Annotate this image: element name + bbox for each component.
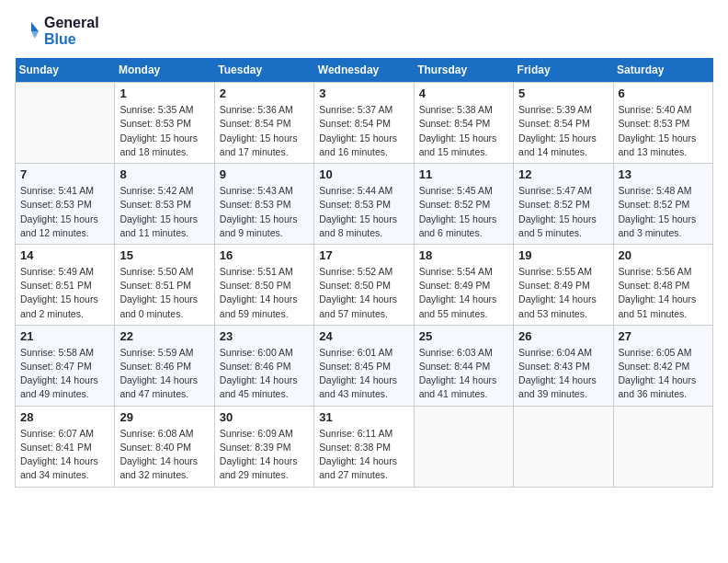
col-header-friday: Friday <box>514 58 613 83</box>
calendar-cell: 11Sunrise: 5:45 AMSunset: 8:52 PMDayligh… <box>414 164 513 245</box>
col-header-tuesday: Tuesday <box>214 58 313 83</box>
calendar-cell: 25Sunrise: 6:03 AMSunset: 8:44 PMDayligh… <box>414 325 513 406</box>
day-info: Sunrise: 6:04 AMSunset: 8:43 PMDaylight:… <box>518 346 608 402</box>
day-info: Sunrise: 5:48 AMSunset: 8:52 PMDaylight:… <box>619 184 708 240</box>
day-number: 1 <box>119 86 209 100</box>
day-number: 31 <box>319 410 408 424</box>
day-info: Sunrise: 5:54 AMSunset: 8:49 PMDaylight:… <box>419 265 508 321</box>
calendar-cell: 28Sunrise: 6:07 AMSunset: 8:41 PMDayligh… <box>16 406 115 487</box>
day-number: 7 <box>20 167 109 181</box>
week-row-1: 1Sunrise: 5:35 AMSunset: 8:53 PMDaylight… <box>16 83 713 164</box>
day-info: Sunrise: 5:55 AMSunset: 8:49 PMDaylight:… <box>518 265 608 321</box>
calendar-cell: 9Sunrise: 5:43 AMSunset: 8:53 PMDaylight… <box>214 164 313 245</box>
week-row-2: 7Sunrise: 5:41 AMSunset: 8:53 PMDaylight… <box>16 164 713 245</box>
calendar-cell: 12Sunrise: 5:47 AMSunset: 8:52 PMDayligh… <box>514 164 613 245</box>
day-number: 22 <box>119 329 209 343</box>
day-info: Sunrise: 6:01 AMSunset: 8:45 PMDaylight:… <box>319 346 408 402</box>
calendar-cell: 8Sunrise: 5:42 AMSunset: 8:53 PMDaylight… <box>115 164 214 245</box>
day-info: Sunrise: 5:49 AMSunset: 8:51 PMDaylight:… <box>20 265 109 321</box>
day-info: Sunrise: 6:00 AMSunset: 8:46 PMDaylight:… <box>220 346 309 402</box>
day-info: Sunrise: 5:38 AMSunset: 8:54 PMDaylight:… <box>419 103 508 159</box>
col-header-sunday: Sunday <box>16 58 115 83</box>
day-number: 4 <box>419 86 508 100</box>
day-number: 26 <box>518 329 608 343</box>
calendar-cell: 27Sunrise: 6:05 AMSunset: 8:42 PMDayligh… <box>613 325 712 406</box>
day-info: Sunrise: 5:50 AMSunset: 8:51 PMDaylight:… <box>119 265 209 321</box>
day-info: Sunrise: 6:03 AMSunset: 8:44 PMDaylight:… <box>419 346 508 402</box>
calendar-cell: 21Sunrise: 5:58 AMSunset: 8:47 PMDayligh… <box>16 325 115 406</box>
day-info: Sunrise: 5:40 AMSunset: 8:53 PMDaylight:… <box>619 103 708 159</box>
day-info: Sunrise: 5:52 AMSunset: 8:50 PMDaylight:… <box>319 265 408 321</box>
day-number: 5 <box>518 86 608 100</box>
day-info: Sunrise: 5:45 AMSunset: 8:52 PMDaylight:… <box>419 184 508 240</box>
col-header-saturday: Saturday <box>613 58 712 83</box>
calendar-cell: 22Sunrise: 5:59 AMSunset: 8:46 PMDayligh… <box>115 325 214 406</box>
calendar-cell: 2Sunrise: 5:36 AMSunset: 8:54 PMDaylight… <box>214 83 313 164</box>
day-info: Sunrise: 6:08 AMSunset: 8:40 PMDaylight:… <box>119 427 209 483</box>
week-row-3: 14Sunrise: 5:49 AMSunset: 8:51 PMDayligh… <box>16 244 713 325</box>
day-number: 17 <box>319 248 408 262</box>
week-row-5: 28Sunrise: 6:07 AMSunset: 8:41 PMDayligh… <box>16 406 713 487</box>
calendar-cell: 4Sunrise: 5:38 AMSunset: 8:54 PMDaylight… <box>414 83 513 164</box>
logo-text: General Blue <box>44 15 99 47</box>
day-info: Sunrise: 5:35 AMSunset: 8:53 PMDaylight:… <box>119 103 209 159</box>
day-number: 18 <box>419 248 508 262</box>
day-info: Sunrise: 6:05 AMSunset: 8:42 PMDaylight:… <box>619 346 708 402</box>
calendar-cell: 19Sunrise: 5:55 AMSunset: 8:49 PMDayligh… <box>514 244 613 325</box>
day-number: 30 <box>220 410 309 424</box>
calendar-cell: 16Sunrise: 5:51 AMSunset: 8:50 PMDayligh… <box>214 244 313 325</box>
calendar-cell <box>613 406 712 487</box>
calendar-cell: 14Sunrise: 5:49 AMSunset: 8:51 PMDayligh… <box>16 244 115 325</box>
day-number: 16 <box>220 248 309 262</box>
calendar-cell: 6Sunrise: 5:40 AMSunset: 8:53 PMDaylight… <box>613 83 712 164</box>
calendar-cell: 26Sunrise: 6:04 AMSunset: 8:43 PMDayligh… <box>514 325 613 406</box>
calendar-cell: 18Sunrise: 5:54 AMSunset: 8:49 PMDayligh… <box>414 244 513 325</box>
day-number: 11 <box>419 167 508 181</box>
day-info: Sunrise: 5:39 AMSunset: 8:54 PMDaylight:… <box>518 103 608 159</box>
day-info: Sunrise: 5:59 AMSunset: 8:46 PMDaylight:… <box>119 346 209 402</box>
day-info: Sunrise: 5:51 AMSunset: 8:50 PMDaylight:… <box>220 265 309 321</box>
day-info: Sunrise: 5:43 AMSunset: 8:53 PMDaylight:… <box>220 184 309 240</box>
calendar-cell: 20Sunrise: 5:56 AMSunset: 8:48 PMDayligh… <box>613 244 712 325</box>
day-number: 19 <box>518 248 608 262</box>
day-number: 8 <box>119 167 209 181</box>
calendar-cell: 29Sunrise: 6:08 AMSunset: 8:40 PMDayligh… <box>115 406 214 487</box>
day-info: Sunrise: 6:11 AMSunset: 8:38 PMDaylight:… <box>319 427 408 483</box>
calendar-cell: 31Sunrise: 6:11 AMSunset: 8:38 PMDayligh… <box>314 406 414 487</box>
calendar-cell <box>16 83 115 164</box>
logo-icon <box>15 18 40 44</box>
calendar-cell <box>414 406 513 487</box>
calendar-cell: 1Sunrise: 5:35 AMSunset: 8:53 PMDaylight… <box>115 83 214 164</box>
day-number: 13 <box>619 167 708 181</box>
day-info: Sunrise: 5:37 AMSunset: 8:54 PMDaylight:… <box>319 103 408 159</box>
day-info: Sunrise: 5:47 AMSunset: 8:52 PMDaylight:… <box>518 184 608 240</box>
header-row: SundayMondayTuesdayWednesdayThursdayFrid… <box>16 58 713 83</box>
day-number: 15 <box>119 248 209 262</box>
day-number: 14 <box>20 248 109 262</box>
col-header-wednesday: Wednesday <box>314 58 414 83</box>
day-number: 28 <box>20 410 109 424</box>
logo: General Blue <box>15 15 99 47</box>
day-number: 12 <box>518 167 608 181</box>
calendar-cell: 24Sunrise: 6:01 AMSunset: 8:45 PMDayligh… <box>314 325 414 406</box>
calendar-cell: 7Sunrise: 5:41 AMSunset: 8:53 PMDaylight… <box>16 164 115 245</box>
day-number: 27 <box>619 329 708 343</box>
calendar-cell: 15Sunrise: 5:50 AMSunset: 8:51 PMDayligh… <box>115 244 214 325</box>
day-number: 6 <box>619 86 708 100</box>
day-number: 9 <box>220 167 309 181</box>
calendar-cell: 13Sunrise: 5:48 AMSunset: 8:52 PMDayligh… <box>613 164 712 245</box>
calendar-cell: 23Sunrise: 6:00 AMSunset: 8:46 PMDayligh… <box>214 325 313 406</box>
day-info: Sunrise: 5:41 AMSunset: 8:53 PMDaylight:… <box>20 184 109 240</box>
day-number: 23 <box>220 329 309 343</box>
day-info: Sunrise: 5:44 AMSunset: 8:53 PMDaylight:… <box>319 184 408 240</box>
day-number: 3 <box>319 86 408 100</box>
calendar-cell: 30Sunrise: 6:09 AMSunset: 8:39 PMDayligh… <box>214 406 313 487</box>
day-info: Sunrise: 5:42 AMSunset: 8:53 PMDaylight:… <box>119 184 209 240</box>
day-number: 24 <box>319 329 408 343</box>
day-info: Sunrise: 6:07 AMSunset: 8:41 PMDaylight:… <box>20 427 109 483</box>
col-header-monday: Monday <box>115 58 214 83</box>
day-number: 29 <box>119 410 209 424</box>
day-number: 25 <box>419 329 508 343</box>
calendar-cell <box>514 406 613 487</box>
calendar-cell: 10Sunrise: 5:44 AMSunset: 8:53 PMDayligh… <box>314 164 414 245</box>
